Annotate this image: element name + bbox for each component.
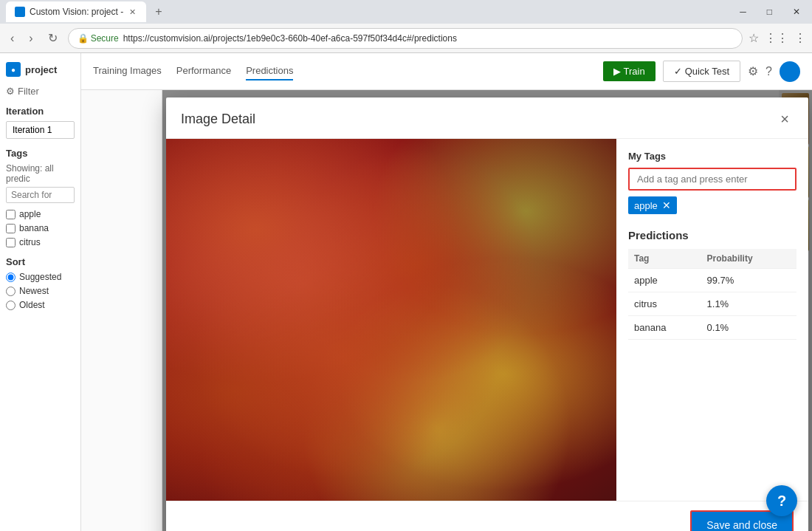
sidebar-checkbox-citrus[interactable]: citrus (6, 237, 75, 247)
secure-icon: 🔒 Secure (78, 33, 119, 44)
iteration-button[interactable]: Iteration 1 (6, 121, 75, 139)
win-controls: ─ □ ✕ (734, 5, 806, 18)
apple-photo (166, 139, 616, 501)
sort-newest[interactable]: Newest (6, 286, 75, 296)
tab-favicon (15, 7, 25, 17)
modal-sidebar: My Tags apple ✕ Predictions (616, 139, 808, 501)
sidebar-checkbox-apple[interactable]: apple (6, 209, 75, 219)
sort-label: Sort (6, 256, 75, 267)
filter-label: Filter (18, 86, 39, 97)
modal-overlay: Image Detail × My Tags (162, 90, 812, 531)
nav-actions: ☆ ⋮⋮ ⋮ (749, 31, 806, 45)
left-panel (81, 90, 162, 531)
brand-icon: ● (6, 62, 21, 77)
prediction-row-citrus: citrus 1.1% (628, 292, 796, 316)
col-probability: Probability (701, 249, 796, 269)
modal-footer: Save and close (166, 501, 808, 531)
tags-section-label: Tags (6, 148, 75, 159)
sort-oldest[interactable]: Oldest (6, 300, 75, 310)
nav-predictions[interactable]: Predictions (246, 62, 293, 80)
filter-icon: ⚙ (6, 86, 15, 97)
tag-chip-remove-icon[interactable]: ✕ (662, 199, 671, 211)
col-tag: Tag (628, 249, 701, 269)
pred-prob-citrus: 1.1% (701, 292, 796, 316)
win-minimize-icon[interactable]: ─ (734, 5, 752, 18)
settings-icon[interactable]: ⚙ (748, 64, 758, 78)
browser-tab[interactable]: Custom Vision: project - ✕ (6, 1, 146, 22)
pred-tag-citrus: citrus (628, 292, 701, 316)
help-button[interactable]: ? (766, 485, 797, 516)
pred-tag-apple: apple (628, 269, 701, 292)
sort-suggested[interactable]: Suggested (6, 272, 75, 282)
browser-titlebar: Custom Vision: project - ✕ + ─ □ ✕ (0, 0, 812, 24)
address-bar[interactable]: 🔒 Secure https://customvision.ai/project… (68, 28, 743, 49)
avatar[interactable] (780, 61, 800, 82)
new-tab-button[interactable]: + (151, 5, 166, 18)
address-url: https://customvision.ai/projects/1eb9e0c… (123, 33, 457, 44)
browser-navbar: ‹ › ↻ 🔒 Secure https://customvision.ai/p… (0, 24, 812, 53)
train-button[interactable]: ▶ Train (603, 61, 656, 81)
sidebar: ● project ⚙ Filter Iteration Iteration 1… (0, 53, 81, 531)
pred-prob-apple: 99.7% (701, 269, 796, 292)
quick-test-button[interactable]: ✓ Quick Test (663, 61, 740, 82)
tab-title: Custom Vision: project - (30, 7, 123, 17)
tab-close-icon[interactable]: ✕ (128, 6, 137, 18)
modal-title: Image Detail (181, 112, 255, 127)
sort-section: Sort Suggested Newest Oldest (6, 256, 75, 310)
prediction-row-apple: apple 99.7% (628, 269, 796, 292)
header-actions: ▶ Train ✓ Quick Test ⚙ ? (603, 61, 801, 82)
main-panel: ‹ › Image Detail × (162, 90, 812, 531)
tags-search-input[interactable] (6, 187, 75, 203)
refresh-button[interactable]: ↻ (44, 28, 62, 48)
predictions-table: Tag Probability apple 99.7% (628, 249, 796, 340)
modal-header: Image Detail × (166, 97, 808, 139)
sidebar-brand: ● project (6, 62, 75, 77)
win-close-icon[interactable]: ✕ (787, 5, 806, 18)
tag-input[interactable] (628, 168, 796, 191)
star-icon[interactable]: ☆ (749, 31, 759, 45)
modal-body: My Tags apple ✕ Predictions (166, 139, 808, 501)
nav-training-images[interactable]: Training Images (93, 62, 162, 80)
forward-button[interactable]: › (24, 29, 37, 48)
predictions-title: Predictions (628, 229, 796, 241)
pred-prob-banana: 0.1% (701, 316, 796, 340)
predictions-section: Predictions Tag Probability (628, 229, 796, 489)
modal: Image Detail × My Tags (166, 97, 808, 531)
app-header: Training Images Performance Predictions … (81, 53, 812, 90)
pred-tag-banana: banana (628, 316, 701, 340)
filter-item[interactable]: ⚙ Filter (6, 86, 75, 97)
tags-showing-label: Showing: all predic (6, 163, 75, 184)
header-nav: Training Images Performance Predictions (93, 62, 588, 80)
tags-container: apple ✕ (628, 196, 796, 214)
back-button[interactable]: ‹ (6, 29, 18, 48)
brand-name: project (25, 64, 57, 75)
my-tags-label: My Tags (628, 151, 796, 162)
win-maximize-icon[interactable]: □ (761, 5, 778, 18)
apps-icon[interactable]: ⋮⋮ (765, 31, 788, 45)
prediction-row-banana: banana 0.1% (628, 316, 796, 340)
tag-chip-label: apple (634, 200, 658, 211)
modal-image (166, 139, 616, 501)
help-icon[interactable]: ? (765, 65, 772, 78)
menu-icon[interactable]: ⋮ (794, 31, 806, 45)
iteration-section-label: Iteration (6, 106, 75, 117)
modal-close-button[interactable]: × (776, 109, 794, 129)
nav-performance[interactable]: Performance (176, 62, 231, 80)
sidebar-checkbox-banana[interactable]: banana (6, 223, 75, 233)
tag-chip-apple: apple ✕ (628, 196, 677, 214)
